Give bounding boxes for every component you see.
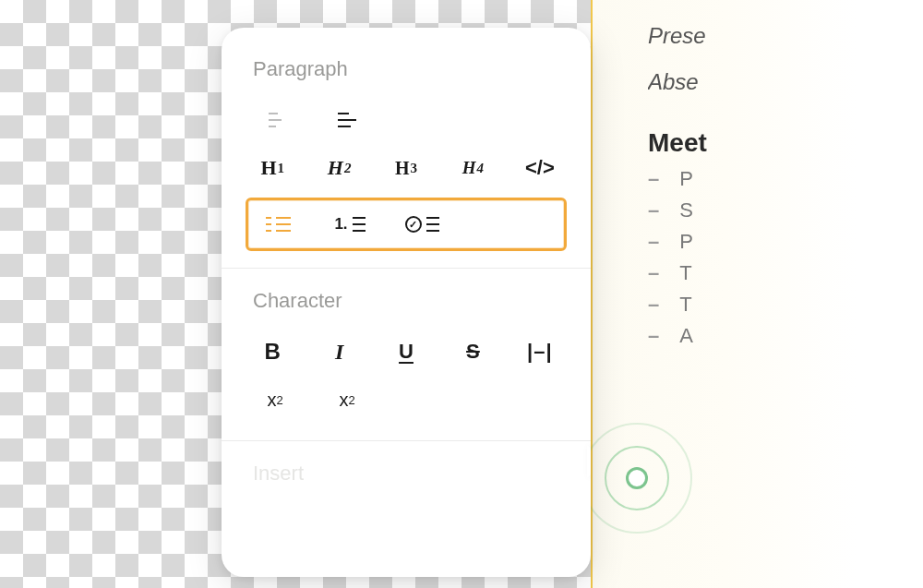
h-num: 4 <box>477 161 485 176</box>
doc-bullet-text: T <box>679 261 691 285</box>
h-num: 1 <box>278 161 285 176</box>
doc-bullet-text: P <box>679 230 693 254</box>
code-block-button[interactable]: </> <box>521 150 559 186</box>
format-popover: Paragraph H1 H2 H3 H4 </> <box>222 28 591 577</box>
sup-exp: 2 <box>276 393 282 407</box>
numbered-list-button[interactable]: 1. <box>328 206 372 243</box>
divider <box>222 268 591 269</box>
sub-base: x <box>339 390 348 411</box>
insert-section-title: Insert <box>222 462 591 486</box>
h-letter: H <box>328 156 343 180</box>
sub-exp: 2 <box>348 393 354 407</box>
highlight-button[interactable]: |–| <box>521 333 559 370</box>
align-left-icon[interactable] <box>325 102 369 138</box>
doc-line-present: Prese <box>648 23 923 49</box>
doc-bullet-text: T <box>679 293 691 317</box>
subscript-button[interactable]: x2 <box>325 381 369 418</box>
doc-bullet: –P <box>648 167 923 191</box>
doc-bullet-text: S <box>679 198 693 222</box>
ordered-prefix: 1. <box>334 215 347 234</box>
h-num: 3 <box>411 161 418 176</box>
heading-1-button[interactable]: H1 <box>253 150 292 186</box>
h-letter: H <box>260 156 276 180</box>
doc-bullet-text: P <box>679 167 693 191</box>
heading-row: H1 H2 H3 H4 </> <box>222 144 591 192</box>
divider <box>222 440 591 441</box>
sup-base: x <box>267 390 276 411</box>
italic-button[interactable]: I <box>319 333 358 370</box>
check-circle-icon: ✓ <box>405 216 422 233</box>
character-section-title: Character <box>222 289 591 328</box>
list-type-row-highlighted: 1. ✓ <box>246 198 567 251</box>
underline-button[interactable]: U <box>387 333 426 370</box>
doc-bullet: –A <box>648 324 923 348</box>
h-num: 2 <box>344 161 352 176</box>
superscript-button[interactable]: x2 <box>253 381 297 418</box>
doc-heading-meet: Meet <box>648 128 923 158</box>
document-background: Prese Abse Meet –P –S –P –T –T –A <box>591 0 923 588</box>
check-glyph: ✓ <box>409 219 417 231</box>
paragraph-section-title: Paragraph <box>222 57 591 96</box>
doc-bullet: –P <box>648 230 923 254</box>
doc-bullet-text: A <box>679 324 693 348</box>
doc-bullet: –T <box>648 293 923 317</box>
character-row-1: B I U S |–| <box>222 328 591 376</box>
doc-line-absent: Abse <box>648 69 923 95</box>
alignment-row <box>222 96 591 144</box>
heading-2-button[interactable]: H2 <box>319 150 358 186</box>
strikethrough-button[interactable]: S <box>453 333 492 370</box>
checklist-button[interactable]: ✓ <box>400 206 444 243</box>
bulleted-list-button[interactable] <box>256 206 300 243</box>
character-row-2: x2 x2 <box>222 376 591 424</box>
heading-3-button[interactable]: H3 <box>387 150 426 186</box>
doc-bullet: –T <box>648 261 923 285</box>
h-letter: H <box>395 158 410 179</box>
h-letter: H <box>462 158 476 178</box>
heading-4-button[interactable]: H4 <box>453 150 492 186</box>
align-left-inactive-icon[interactable] <box>253 102 297 138</box>
bold-button[interactable]: B <box>253 333 292 370</box>
doc-bullet: –S <box>648 198 923 222</box>
